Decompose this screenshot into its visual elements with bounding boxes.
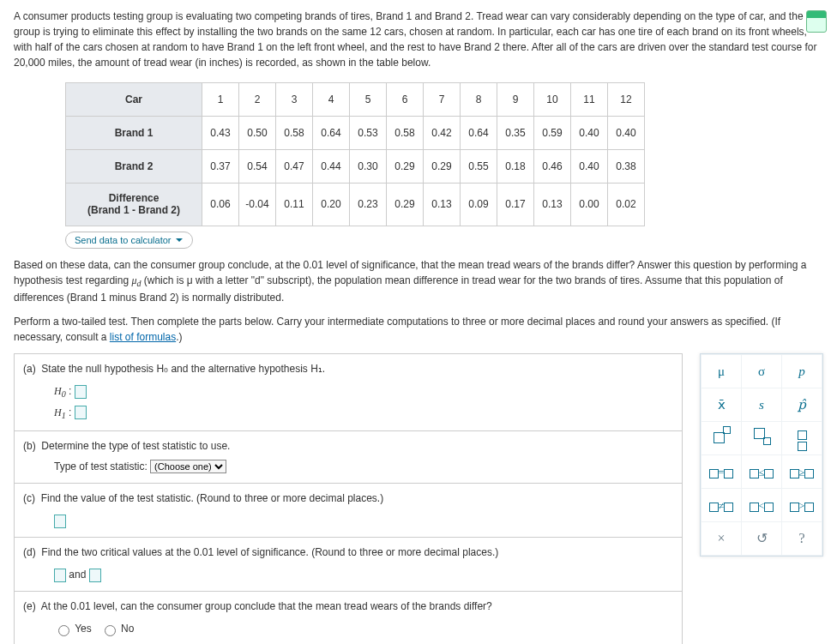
symbol-gt[interactable]: > <box>782 489 822 522</box>
part-b-text: Determine the type of test statistic to … <box>41 440 230 452</box>
symbol-le[interactable]: ≤ <box>742 455 782 489</box>
h1-label: H1 <box>54 406 66 418</box>
part-b: (b) Determine the type of test statistic… <box>15 430 683 483</box>
symbol-s[interactable]: s <box>742 388 782 422</box>
critical-value-1-input[interactable] <box>54 569 66 582</box>
test-statistic-select[interactable]: (Choose one) <box>150 460 226 473</box>
part-e: (e) At the 0.01 level, can the consumer … <box>15 591 683 644</box>
symbol-xbar[interactable]: x̄ <box>702 388 742 422</box>
symbol-ge[interactable]: ≥ <box>782 455 822 489</box>
part-a: (a) State the null hypothesis H₀ and the… <box>15 354 683 431</box>
parts-table: (a) State the null hypothesis H₀ and the… <box>14 353 683 644</box>
table-row: Brand 1 0.430.500.580.640.530.580.420.64… <box>66 117 645 150</box>
no-radio[interactable] <box>105 625 116 636</box>
part-a-text: State the null hypothesis H₀ and the alt… <box>41 363 325 375</box>
test-statistic-input[interactable] <box>54 515 66 528</box>
table-row: Brand 2 0.370.540.470.440.300.290.290.55… <box>66 150 645 184</box>
part-c-text: Find the value of the test statistic. (R… <box>41 492 384 504</box>
h0-input[interactable] <box>75 385 87 399</box>
critical-value-2-input[interactable] <box>89 569 101 582</box>
row-header-brand1: Brand 1 <box>66 117 202 150</box>
h0-label: H0 <box>54 385 66 397</box>
chevron-down-icon <box>175 236 184 244</box>
test-stat-label: Type of test statistic: <box>54 460 148 472</box>
send-data-button[interactable]: Send data to calculator <box>65 232 193 249</box>
send-data-label: Send data to calculator <box>75 235 172 245</box>
part-c: (c) Find the value of the test statistic… <box>15 483 683 537</box>
and-label: and <box>69 569 86 581</box>
yes-label: Yes <box>75 623 92 635</box>
table-row: Difference(Brand 1 - Brand 2) 0.06-0.040… <box>66 184 645 226</box>
symbol-subscript[interactable] <box>742 422 782 455</box>
symbol-superscript[interactable] <box>702 422 742 455</box>
symbol-lt[interactable]: < <box>742 489 782 522</box>
data-table: Car 1 2 3 4 5 6 7 8 9 10 11 12 Brand 1 0… <box>65 82 645 226</box>
calculator-icon[interactable] <box>806 10 827 33</box>
symbol-sigma[interactable]: σ <box>742 355 782 388</box>
symbol-eq[interactable]: = <box>702 455 742 489</box>
formulas-link[interactable]: list of formulas <box>110 331 176 343</box>
symbol-toolbox: μ σ p x̄ s p̂ = ≤ ≥ ≠ < > × ↺ ? <box>700 353 823 557</box>
clear-button[interactable]: × <box>702 522 742 556</box>
symbol-phat[interactable]: p̂ <box>782 388 822 422</box>
no-label: No <box>121 623 134 635</box>
help-button[interactable]: ? <box>782 522 822 556</box>
symbol-fraction[interactable] <box>782 422 822 455</box>
part-e-text: At the 0.01 level, can the consumer grou… <box>41 600 492 612</box>
reset-button[interactable]: ↺ <box>742 522 782 556</box>
problem-intro: A consumer products testing group is eva… <box>14 9 823 70</box>
h1-input[interactable] <box>75 406 87 419</box>
question-paragraph-2: Perform a two-tailed test. Then complete… <box>14 314 823 345</box>
part-d-text: Find the two critical values at the 0.01… <box>41 546 498 558</box>
yes-radio[interactable] <box>58 625 69 636</box>
part-d: (d) Find the two critical values at the … <box>15 537 683 591</box>
symbol-mu[interactable]: μ <box>702 355 742 388</box>
question-paragraph-1: Based on these data, can the consumer gr… <box>14 257 823 305</box>
symbol-p[interactable]: p <box>782 355 822 388</box>
row-header-brand2: Brand 2 <box>66 150 202 184</box>
symbol-ne[interactable]: ≠ <box>702 489 742 522</box>
row-header-diff: Difference(Brand 1 - Brand 2) <box>66 184 202 226</box>
header-row: Car 1 2 3 4 5 6 7 8 9 10 11 12 <box>66 83 645 117</box>
row-header-car: Car <box>66 83 202 117</box>
